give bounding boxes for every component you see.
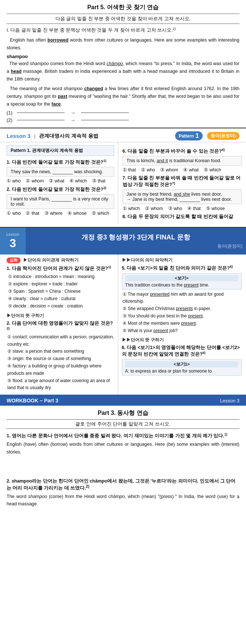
q2-example: I want to visit Paris, ________ is a ver… [7, 194, 114, 209]
lesson3-pipe: | [34, 133, 35, 139]
q7-options: ① which ② whom ③ who ④ that ⑤ whose [123, 206, 242, 211]
shampoo-paragraph2: The meaning of the word shampoo changed … [7, 85, 239, 108]
final-body: 심화 ▶단어의 의미관계 파악하기 1. 다음 짝지어진 단어의 관계가 같지 … [0, 255, 246, 395]
part5-title: Part 5. 어색한 곳 찾기 연습 [7, 4, 239, 11]
bokgi1-text: A: to express an idea or plan for someon… [125, 369, 238, 374]
final-q5-options: ① The mayor presented him with an award … [123, 291, 242, 335]
wb-q1-korean: 1. 영어는 다른 문화나 언어에서 단어를 종종 빌려 왔다. 여기 재미있는… [7, 433, 239, 439]
wb-q2-korean: 2. shampoo라는 단어는 힌디어 단어인 chāmpo에서 왔는데, 그… [7, 478, 239, 491]
final-left: 심화 ▶단어의 의미관계 파악하기 1. 다음 짝지어진 단어의 관계가 같지 … [0, 255, 118, 395]
q1-label: 1. 다음 빈칸에 들어갈 말로 가장 적절한 것은?1) [7, 159, 114, 166]
bokgi-q5: <보기> This tradition continues to the pre… [122, 273, 242, 289]
shampoo-paragraph1: The word shampoo comes from the Hindi wo… [7, 60, 239, 83]
workbook-header: WORKBOOK – Part 3 Lesson 3 [0, 395, 246, 406]
fq5-opt1: ① The mayor presented him with an award … [123, 291, 242, 306]
final-right: ▶▶다어의 의미 파악하기 5. 다음 <보기>의 밑줄 친 단어와 의미가 같… [118, 255, 246, 395]
lesson3-body: Pattern 1. 관계대명사의 계속적 용법 1. 다음 빈칸에 들어갈 말… [0, 142, 246, 228]
pattern-label: Pattern [179, 134, 194, 139]
pattern-num: 1 [195, 132, 199, 140]
q6-sentence: This is kimchi, and it is traditional Ko… [123, 156, 242, 166]
q1-opt1: ① who [7, 178, 21, 184]
final-tag6-area: ▶▶단어의 뜻 구하기 [122, 337, 242, 343]
final-tag2-area: ▶단어의 뜻 구하기 [7, 313, 114, 319]
fq5-opt5: ⑤ What is your present job? [123, 327, 242, 335]
final-tag1: 심화 [7, 257, 21, 263]
fq1-opt1: ① introduce : introduction = mean : mean… [8, 273, 114, 280]
shampoo-title: shampoo [7, 54, 239, 59]
workbook-part-title: Part 3. 동사형 연습 [7, 409, 239, 417]
q7-label: 7. 다음 밑줄 친 부분을 바꿔 쓸 때 빈칸에 들어갈 말로 어법상 가장 … [123, 175, 242, 188]
fq1-opt2: ② explore : explorer = trade : trader [8, 281, 114, 288]
q2-opt1: ① who [7, 210, 21, 216]
final-lesson-num: 3 [10, 236, 16, 250]
final-q5-label: 5. 다음 <보기>의 밑줄 친 단어와 의미가 같은 것은?5) [122, 265, 242, 271]
lesson3-right: 6. 다음 밑줄 친 부분과 바꾸어 쓸 수 있는 것은?6) This is … [118, 142, 246, 224]
lesson3-header: Lesson 3 | 관계대명사의 계속적 용법 Pattern 1 동아(윤정… [0, 128, 246, 142]
q7-opt2: ② whom [145, 206, 163, 211]
q2-opt5: ⑤ which [92, 210, 109, 216]
pattern-box: Pattern 1. 관계대명사의 계속적 용법 [7, 145, 114, 156]
fq2-opt1: ① contact: communication with a person, … [7, 334, 114, 348]
wb-q1-english: English (have) often (borrow) words from… [7, 441, 239, 456]
final-tag2-arrow: ▶단어의 뜻 구하기 [7, 313, 44, 318]
blank-line-2: (2) → [7, 117, 239, 123]
q7-opt5: ⑤ whose [206, 206, 225, 211]
lesson3-topic: 관계대명사의 계속적 용법 [39, 133, 98, 139]
part5-paragraph1: English has often borrowed words from ot… [7, 36, 239, 51]
q6-opt3: ③ whom [160, 167, 178, 172]
final-q2-options: ① contact: communication with a person, … [7, 334, 114, 392]
q2-opt4: ④ whose [68, 210, 87, 216]
final-tag1-desc: ▶단어의 의미관계 파악하기 [23, 258, 78, 262]
q6-opt5: ⑤ which [204, 167, 221, 172]
fq5-opt3: ③ You should do your best in the present… [123, 313, 242, 320]
blank1-fill [17, 113, 65, 113]
blank1-answer [81, 113, 129, 113]
q1-example: They saw the news, ________ was shocking… [7, 167, 114, 177]
q1-opt5: ⑤ that [92, 178, 105, 184]
q2-label: 2. 다음 빈칸에 들어갈 말로 가장 적절한 것은?2) [7, 186, 114, 193]
q1-opt3: ③ what [49, 178, 64, 184]
fq1-opt3: ③ Spain : Spanish = China : Chinese [8, 288, 114, 295]
workbook-header-lesson: Lesson 3 [220, 398, 239, 403]
lesson3-label: Lesson 3 [7, 133, 30, 139]
q2-opt3: ③ where [44, 210, 63, 216]
blank-line-1: (1) → [7, 110, 239, 115]
q1-options: ① who ② whom ③ what ④ which ⑤ that [7, 178, 114, 184]
blank2-fill [17, 120, 65, 120]
final-tag5-arrow: ▶▶다어의 의미 파악하기 [122, 258, 173, 262]
final-title-area: 개정 중3 형성평가 3단계 FINAL 문항 동아(윤정미) [26, 230, 246, 252]
final-lesson-badge: Lesson 3 [0, 228, 26, 255]
q6-options: ① that ② who ③ whom ④ what ⑤ which [123, 167, 242, 172]
final-lesson-label: Lesson [6, 232, 19, 236]
final-publisher: 동아(윤정미) [29, 243, 242, 249]
part5-instruction: I. 다음 글의 밑줄 친 부분 중 문맥상 어색한 것을 두 개 찾아 바르게… [7, 27, 239, 33]
fq2-opt2: ② slave: a person that owns something [7, 348, 114, 355]
final-tag5-area: ▶▶다어의 의미 파악하기 [122, 257, 242, 263]
q7-example: Jane is my best friend, and she lives ne… [123, 189, 242, 204]
q7-opt3: ③ who [168, 206, 182, 211]
fq5-opt2: ② She wrapped Christmas presents in pape… [123, 305, 242, 313]
bokgi1-label: <보기1> [125, 361, 238, 367]
q6-opt1: ① that [123, 167, 136, 172]
final-q6-label: 6. 다음 <보기1>의 영영풀이에 해당하는 단어를 <보기2>의 문장의 빈… [122, 345, 242, 357]
pattern-badge: Pattern 1 [175, 131, 203, 140]
lesson3-left: Pattern 1. 관계대명사의 계속적 용법 1. 다음 빈칸에 들어갈 말… [0, 142, 118, 224]
fq1-opt4: ④ clearly : clear = culture : cultural [8, 295, 114, 302]
fq2-opt4: ④ factory: a building or group of buildi… [7, 363, 114, 377]
bokgi5-sentence: This tradition continues to the present … [125, 282, 238, 288]
final-tag1-area: 심화 ▶단어의 의미관계 파악하기 [7, 257, 114, 263]
fq2-opt3: ③ origin: the source or cause of somethi… [7, 355, 114, 363]
part5-subtitle: 다음 글의 밑줄 친 부분 중 어색한 것을 찾아 바르게 고쳐 쓰시오. [7, 14, 239, 24]
wb-q2-english: The word shampoo (come) from the Hindi w… [7, 493, 239, 508]
q1-opt4: ④ which [69, 178, 87, 184]
q6-opt2: ② who [141, 167, 155, 172]
q2-options: ① who ② that ③ where ④ whose ⑤ which [7, 210, 114, 216]
q7-opt1: ① which [123, 206, 140, 211]
workbook-header-title: WORKBOOK – Part 3 [7, 398, 58, 403]
fq1-opt5: ⑤ decide : decision = create : creation [8, 303, 114, 310]
q7-opt4: ④ that [187, 206, 200, 211]
final-q1-label: 1. 다음 짝지어진 단어의 관계가 같지 않은 것은?1) [7, 265, 114, 272]
publisher-badge: 동아(윤정미) [207, 132, 239, 140]
final-tag6-arrow: ▶▶단어의 뜻 구하기 [122, 338, 164, 342]
q6-opt4: ④ what [183, 167, 199, 172]
